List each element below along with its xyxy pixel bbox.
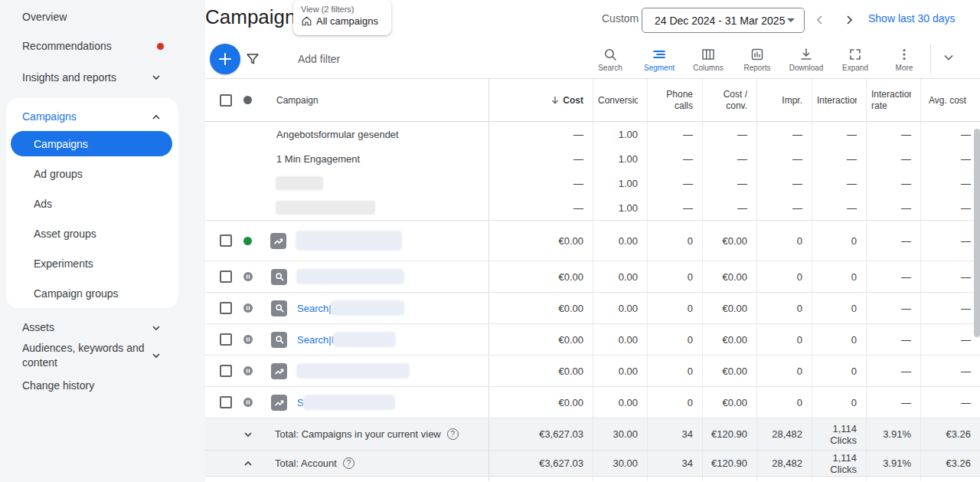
row-checkbox[interactable]: [220, 302, 232, 314]
collapse-toolbar-button[interactable]: [942, 51, 956, 67]
segment-label: Angebotsformular gesendet: [205, 129, 399, 140]
cost-header-cell[interactable]: Cost: [489, 79, 593, 121]
vertical-scrollbar[interactable]: [974, 129, 980, 337]
table-row[interactable]: €0.00 0.00 0 €0.00 0 0 — —: [205, 221, 980, 261]
active-nav-pill[interactable]: Campaigns: [11, 131, 172, 156]
sidebar-item-overview[interactable]: Overview: [22, 11, 183, 23]
cost-per-conv-cell: €0.00: [703, 356, 757, 386]
sidebar-item-asset-groups[interactable]: Asset groups: [6, 218, 178, 248]
partial-row: [205, 477, 980, 481]
campaign-name-link[interactable]: S: [297, 397, 304, 408]
avg-cost-cell: —: [921, 324, 980, 355]
sidebar-item-audiences-keywords-content[interactable]: Audiences, keywords and content: [22, 341, 183, 370]
column-label: Cost: [563, 95, 583, 106]
redacted-campaign-name[interactable]: [332, 301, 403, 315]
reports-button[interactable]: Reports: [733, 43, 782, 72]
column-label: Cost / conv.: [703, 89, 747, 112]
row-checkbox[interactable]: [220, 396, 232, 408]
sidebar-section-campaigns[interactable]: Campaigns: [6, 104, 178, 129]
chevron-down-icon: [242, 428, 254, 441]
sidebar-item-ads[interactable]: Ads: [6, 189, 178, 218]
row-checkbox[interactable]: [220, 271, 232, 283]
sidebar-item-experiments[interactable]: Experiments: [6, 248, 178, 278]
interactions-header-cell[interactable]: Interactions: [812, 79, 867, 121]
cost-cell: €0.00: [489, 356, 593, 386]
sidebar-item-label: Audiences, keywords and content: [22, 341, 172, 370]
row-checkbox[interactable]: [220, 365, 232, 377]
phone-calls-header-cell[interactable]: Phone calls: [648, 79, 703, 121]
sidebar-item-assets[interactable]: Assets: [22, 321, 183, 333]
paused-status-icon[interactable]: [243, 272, 253, 281]
cost-cell: €0.00: [489, 293, 593, 323]
table-row[interactable]: Search| €0.00 0.00 0 €0.00 0 0 — —: [205, 293, 980, 324]
table-row[interactable]: €0.00 0.00 0 €0.00 0 0 — —: [205, 261, 980, 293]
sidebar-item-label: Asset groups: [34, 228, 96, 240]
interaction-rate-header-cell[interactable]: Interaction rate: [867, 79, 921, 121]
sidebar-item-change-history[interactable]: Change history: [22, 379, 183, 392]
paused-status-icon[interactable]: [243, 366, 253, 375]
columns-button[interactable]: Columns: [684, 43, 733, 72]
download-button[interactable]: Download: [782, 43, 831, 72]
previous-period-button[interactable]: [810, 10, 830, 30]
table-row[interactable]: €0.00 0.00 0 €0.00 0 0 — —: [205, 356, 980, 387]
row-checkbox[interactable]: [220, 333, 232, 346]
impressions-cell: 0: [757, 324, 812, 355]
avg-cost-header-cell[interactable]: Avg. cost: [921, 79, 980, 121]
collapse-total-button[interactable]: [242, 457, 254, 470]
segment-button[interactable]: Segment: [635, 43, 684, 72]
sidebar-item-insights-and-reports[interactable]: Insights and reports: [22, 70, 183, 85]
paused-status-icon[interactable]: [243, 303, 253, 313]
interactions-cell: 0: [812, 324, 867, 355]
redacted-campaign-name[interactable]: [297, 270, 403, 284]
campaign-name-link[interactable]: Search|I: [297, 334, 334, 346]
show-last-30-days-link[interactable]: Show last 30 days: [868, 12, 956, 25]
table-row[interactable]: Search|I €0.00 0.00 0 €0.00 0 0 — —: [205, 324, 980, 356]
sidebar-item-ad-groups[interactable]: Ad groups: [6, 159, 178, 189]
sidebar-item-campaign-groups[interactable]: Campaign groups: [6, 278, 178, 308]
sidebar-item-label: Overview: [22, 11, 67, 23]
view-filter-chip[interactable]: View (2 filters) All campaigns: [293, 0, 391, 35]
column-label[interactable]: Campaign: [276, 95, 318, 106]
next-period-button[interactable]: [839, 10, 859, 30]
enabled-status-icon[interactable]: [243, 237, 252, 245]
paused-status-icon[interactable]: [243, 398, 253, 407]
paused-status-icon[interactable]: [243, 335, 253, 344]
help-icon[interactable]: ?: [447, 428, 459, 440]
impressions-header-cell[interactable]: Impr.: [757, 79, 812, 121]
impressions-cell: 28,482: [757, 418, 812, 450]
redacted-campaign-name[interactable]: [304, 395, 394, 409]
date-range-select[interactable]: 24 Dec 2024 - 31 Mar 2025: [642, 8, 805, 33]
select-all-checkbox[interactable]: [220, 94, 232, 107]
bar-chart-icon: [750, 47, 765, 62]
redacted-campaign-name[interactable]: [334, 333, 395, 346]
impressions-cell: —: [757, 195, 812, 220]
redacted-campaign-name[interactable]: [296, 231, 401, 250]
add-filter-button[interactable]: Add filter: [298, 53, 340, 65]
help-icon[interactable]: ?: [343, 457, 354, 469]
cost-cell: —: [489, 146, 593, 171]
table-row[interactable]: S €0.00 0.00 0 €0.00 0 0 — —: [205, 387, 980, 418]
redacted-campaign-name[interactable]: [297, 364, 409, 378]
filter-button[interactable]: [245, 51, 260, 70]
impressions-cell: —: [757, 171, 812, 195]
status-column-icon[interactable]: [243, 96, 252, 104]
sidebar-item-campaigns[interactable]: Campaigns: [6, 129, 178, 159]
cost-cell: €3,627.03: [489, 451, 593, 476]
avg-cost-cell: —: [921, 122, 980, 146]
search-button[interactable]: Search: [586, 43, 635, 72]
row-checkbox[interactable]: [220, 234, 232, 247]
cost-cell: €0.00: [489, 387, 593, 418]
campaign-name-link[interactable]: Search|: [297, 303, 332, 314]
home-icon: [301, 15, 312, 27]
cost-cell: €0.00: [489, 324, 593, 355]
interaction-rate-cell: —: [867, 146, 921, 171]
more-button[interactable]: More: [880, 43, 929, 72]
expand-total-button[interactable]: [242, 428, 254, 441]
cost-per-conv-header-cell[interactable]: Cost / conv.: [703, 79, 757, 121]
conversions-header-cell[interactable]: Conversions: [593, 79, 648, 121]
campaigns-nav-card: Campaigns Campaigns Ad groups Ads Asset …: [6, 98, 178, 308]
expand-button[interactable]: Expand: [831, 43, 880, 72]
interaction-rate-cell: —: [867, 195, 921, 220]
add-campaign-button[interactable]: [210, 44, 240, 74]
sidebar-item-recommendations[interactable]: Recommendations: [22, 40, 183, 52]
